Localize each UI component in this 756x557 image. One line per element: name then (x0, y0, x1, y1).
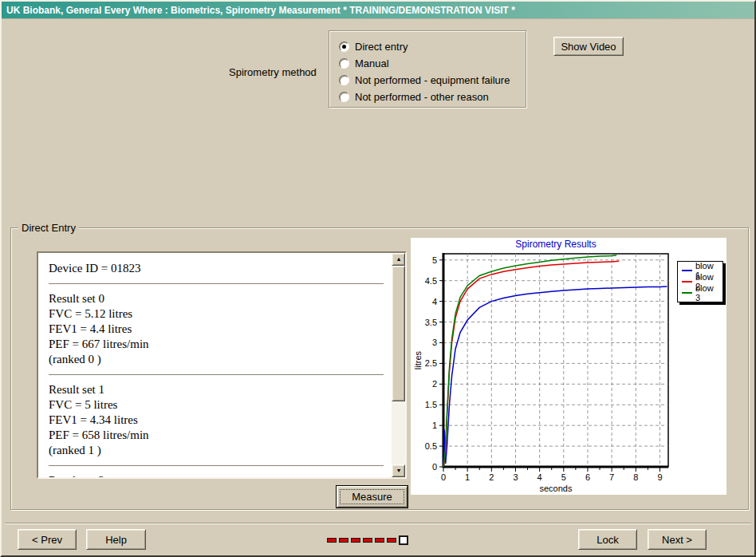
vertical-scrollbar[interactable]: ▲ ▼ (392, 253, 405, 477)
spirometry-results-textbox[interactable]: Device ID = 01823 Result set 0 FVC = 5.1… (37, 251, 407, 479)
legend-line-icon (682, 281, 692, 282)
result-line: Result set 1 (49, 382, 385, 397)
radio-icon[interactable] (339, 41, 349, 52)
progress-dash (387, 538, 396, 543)
chart-legend: blow 1blow 2blow 3 (677, 261, 723, 302)
svg-text:0: 0 (441, 472, 446, 482)
result-line: Result set 0 (49, 291, 385, 306)
spirometry-method-label: Spirometry method (229, 66, 317, 78)
radio-option-not-performed-other[interactable]: Not performed - other reason (339, 89, 489, 104)
result-line: PEF = 667 litres/min (49, 337, 385, 352)
progress-indicator (327, 535, 408, 545)
radio-label: Direct entry (355, 41, 408, 53)
svg-text:litres: litres (413, 350, 423, 369)
divider (49, 374, 384, 375)
spirometry-chart-panel: Spirometry Results00.511.522.533.544.550… (411, 238, 726, 495)
svg-text:1: 1 (465, 472, 470, 482)
direct-entry-groupbox: Direct Entry Device ID = 01823 Result se… (10, 227, 749, 510)
svg-text:1: 1 (432, 421, 437, 430)
result-line: FVC = 5.12 litres (49, 306, 385, 322)
lock-button[interactable]: Lock (578, 529, 637, 550)
device-id-line: Device ID = 01823 (49, 261, 385, 276)
next-button[interactable]: Next > (648, 529, 707, 550)
progress-dash (339, 538, 348, 543)
result-line: PEF = 658 litres/min (49, 428, 385, 443)
result-line: (ranked 1 ) (49, 443, 385, 458)
divider (49, 283, 384, 284)
show-video-button[interactable]: Show Video (553, 37, 624, 56)
svg-text:Spirometry Results: Spirometry Results (515, 239, 596, 250)
progress-current-step (399, 535, 408, 545)
svg-text:2.5: 2.5 (425, 358, 437, 368)
app-window: UK Biobank, General Every Where : Biomet… (0, 0, 756, 557)
result-line: (ranked 0 ) (49, 352, 385, 367)
radio-label: Manual (355, 57, 389, 69)
radio-option-manual[interactable]: Manual (339, 56, 389, 70)
scroll-up-button[interactable]: ▲ (392, 253, 405, 266)
svg-text:3.5: 3.5 (425, 318, 437, 327)
svg-text:4.5: 4.5 (425, 276, 437, 286)
legend-label: blow 3 (695, 283, 719, 302)
svg-text:5: 5 (432, 255, 437, 265)
result-line: FEV1 = 4.4 litres (49, 322, 385, 337)
measure-button[interactable]: Measure (337, 486, 408, 508)
up-arrow-icon: ▲ (396, 256, 401, 262)
svg-text:4: 4 (537, 472, 542, 482)
svg-text:0.5: 0.5 (425, 441, 437, 451)
result-line-partial: Result set 2 (49, 473, 385, 477)
radio-label: Not performed - equipment failure (355, 74, 510, 86)
results-text: Device ID = 01823 Result set 0 FVC = 5.1… (38, 253, 392, 477)
result-line: FVC = 5 litres (49, 397, 385, 413)
title-bar: UK Biobank, General Every Where : Biomet… (2, 2, 754, 19)
prev-button[interactable]: < Prev (18, 529, 77, 550)
radio-label: Not performed - other reason (355, 91, 489, 103)
svg-text:4: 4 (432, 297, 437, 306)
scrollbar-thumb[interactable] (392, 266, 405, 401)
progress-dash (375, 538, 384, 543)
svg-text:3: 3 (432, 338, 437, 347)
scroll-down-button[interactable]: ▼ (392, 464, 405, 477)
progress-dash (351, 538, 360, 543)
svg-text:7: 7 (609, 472, 614, 482)
spirometry-method-groupbox: Direct entry Manual Not performed - equi… (329, 30, 526, 108)
progress-dash (327, 538, 337, 543)
svg-text:8: 8 (633, 472, 638, 482)
result-line: FEV1 = 4.34 litres (49, 413, 385, 428)
radio-option-not-performed-equipment[interactable]: Not performed - equipment failure (339, 73, 510, 87)
svg-text:1.5: 1.5 (425, 400, 437, 409)
radio-icon[interactable] (339, 92, 349, 102)
svg-text:9: 9 (657, 472, 662, 482)
legend-line-icon (682, 292, 692, 294)
legend-line-icon (682, 270, 692, 271)
svg-text:0: 0 (432, 462, 437, 472)
help-button[interactable]: Help (86, 529, 146, 550)
svg-text:2: 2 (432, 379, 437, 389)
radio-icon[interactable] (339, 75, 349, 85)
svg-text:3: 3 (513, 472, 518, 482)
svg-text:6: 6 (585, 472, 590, 482)
progress-dash (363, 538, 372, 543)
svg-text:seconds: seconds (540, 484, 573, 493)
divider (49, 465, 384, 466)
radio-icon[interactable] (339, 58, 349, 69)
direct-entry-group-label: Direct Entry (18, 222, 79, 234)
radio-option-direct-entry[interactable]: Direct entry (339, 39, 408, 53)
legend-item: blow 3 (682, 287, 719, 298)
window-title: UK Biobank, General Every Where : Biomet… (6, 5, 515, 16)
svg-text:2: 2 (489, 472, 494, 482)
svg-text:5: 5 (561, 472, 566, 482)
down-arrow-icon: ▼ (396, 468, 401, 473)
footer-divider (5, 523, 751, 524)
